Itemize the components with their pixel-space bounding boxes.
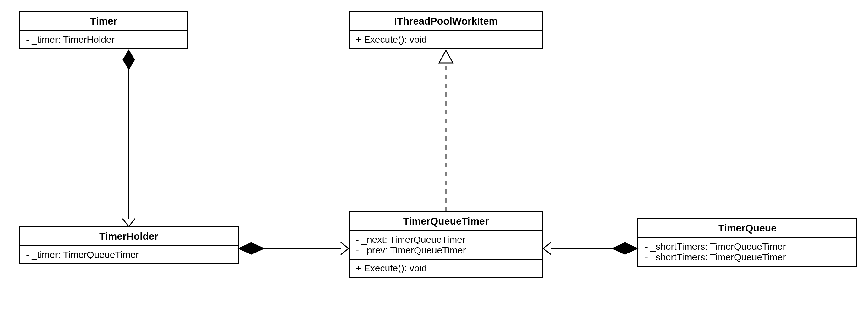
class-timerholder: TimerHolder - _timer: TimerQueueTimer bbox=[19, 226, 239, 264]
class-timerqueue-attr1: - _shortTimers: TimerQueueTimer bbox=[645, 252, 850, 263]
class-timerqueue-attr0: - _shortTimers: TimerQueueTimer bbox=[645, 241, 850, 252]
svg-marker-2 bbox=[239, 243, 264, 254]
class-timerqueue: TimerQueue - _shortTimers: TimerQueueTim… bbox=[638, 218, 857, 267]
class-timerqueuetimer-attr0: - _next: TimerQueueTimer bbox=[356, 234, 536, 245]
class-timerqueuetimer-attr1: - _prev: TimerQueueTimer bbox=[356, 245, 536, 256]
class-timerqueuetimer-name: TimerQueueTimer bbox=[349, 212, 542, 231]
svg-marker-4 bbox=[612, 243, 638, 254]
class-ithreadpoolworkitem-meth0: + Execute(): void bbox=[349, 31, 542, 48]
class-timerqueuetimer-meth0: + Execute(): void bbox=[349, 260, 542, 277]
class-timerholder-attr0: - _timer: TimerQueueTimer bbox=[20, 246, 238, 263]
class-timer-attr0: - _timer: TimerHolder bbox=[20, 31, 187, 48]
svg-marker-0 bbox=[123, 50, 134, 69]
class-timerqueue-name: TimerQueue bbox=[639, 219, 857, 238]
class-timer: Timer - _timer: TimerHolder bbox=[19, 11, 188, 49]
class-timerqueuetimer: TimerQueueTimer - _next: TimerQueueTimer… bbox=[349, 211, 543, 278]
svg-marker-7 bbox=[439, 50, 453, 63]
class-timerholder-name: TimerHolder bbox=[20, 227, 238, 246]
class-ithreadpoolworkitem: IThreadPoolWorkItem + Execute(): void bbox=[349, 11, 543, 49]
class-timer-name: Timer bbox=[20, 12, 187, 31]
class-timerqueue-attrs: - _shortTimers: TimerQueueTimer - _short… bbox=[639, 238, 857, 266]
class-timerqueuetimer-attrs: - _next: TimerQueueTimer - _prev: TimerQ… bbox=[349, 231, 542, 260]
class-ithreadpoolworkitem-name: IThreadPoolWorkItem bbox=[349, 12, 542, 31]
